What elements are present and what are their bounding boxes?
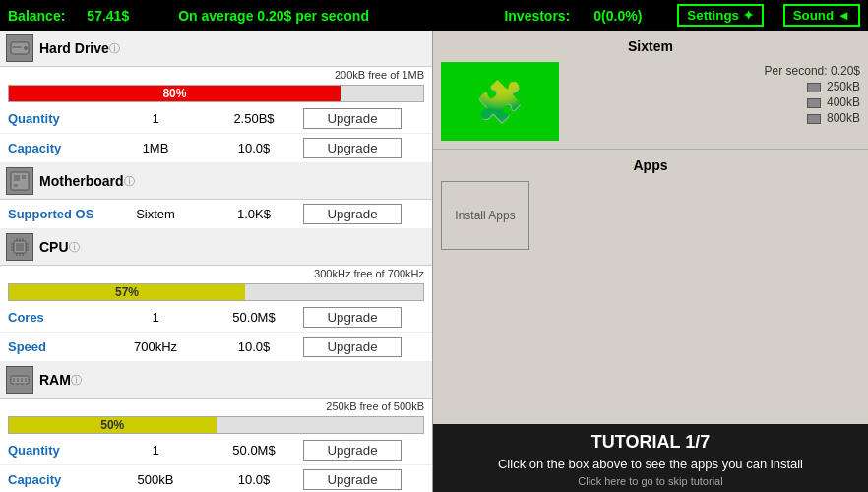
sixtem-mem1: 250kB [567, 80, 860, 93]
ram-progress-fill: 50% [9, 417, 217, 433]
hard-drive-capacity-row: Capacity 1MB 10.0$ Upgrade [0, 134, 432, 163]
ram-quantity-upgrade[interactable]: Upgrade [303, 440, 402, 461]
ram-capacity-upgrade[interactable]: Upgrade [303, 469, 402, 490]
svg-rect-26 [14, 384, 16, 387]
cpu-speed-cost: 10.0$ [205, 339, 303, 354]
svg-rect-23 [17, 378, 19, 382]
cpu-speed-value: 700kHz [106, 339, 205, 354]
mem1-icon [807, 83, 821, 92]
sixtem-section: Sixtem 🧩 Per second: 0.20$ 250kB 400kB [433, 31, 868, 149]
cpu-title: CPU [39, 239, 69, 255]
hard-drive-header: Hard Drive ⓘ [0, 31, 432, 67]
cpu-cores-label: Cores [8, 310, 106, 325]
svg-rect-6 [14, 184, 18, 187]
tutorial-text: Click on the box above to see the apps y… [449, 457, 852, 471]
svg-rect-24 [21, 378, 23, 382]
motherboard-title: Motherboard [39, 173, 124, 189]
supported-os-cost: 1.0K$ [205, 207, 303, 221]
svg-rect-22 [13, 378, 15, 382]
hard-drive-quantity-value: 1 [106, 111, 205, 126]
svg-rect-2 [12, 46, 22, 48]
ram-quantity-label: Quantity [8, 443, 106, 458]
svg-rect-27 [19, 384, 21, 387]
cpu-icon [6, 233, 33, 261]
tutorial-skip-link[interactable]: Click here to go to skip tutorial [449, 475, 852, 487]
investors-label: Investors: [504, 8, 570, 24]
cpu-info-icon: ⓘ [69, 240, 80, 255]
supported-os-upgrade[interactable]: Upgrade [303, 204, 402, 224]
cpu-cores-value: 1 [106, 310, 205, 325]
ram-quantity-cost: 50.0M$ [205, 443, 303, 458]
tutorial-section: TUTORIAL 1/7 Click on the box above to s… [433, 424, 868, 492]
header: Balance: 57.41$ On average 0.20$ per sec… [0, 0, 868, 31]
ram-quantity-value: 1 [106, 443, 205, 458]
ram-icon [6, 366, 33, 394]
svg-rect-5 [22, 175, 26, 179]
tutorial-title: TUTORIAL 1/7 [449, 432, 852, 453]
balance-value: 57.41$ [87, 8, 129, 24]
hard-drive-progress-bar: 80% [8, 85, 424, 102]
hard-drive-quantity-cost: 2.50B$ [205, 111, 303, 126]
mem2-icon [807, 98, 821, 108]
supported-os-value: Sixtem [106, 207, 205, 221]
hard-drive-quantity-label: Quantity [8, 111, 106, 126]
hard-drive-quantity-row: Quantity 1 2.50B$ Upgrade [0, 104, 432, 134]
motherboard-os-row: Supported OS Sixtem 1.0K$ Upgrade [0, 200, 432, 229]
cpu-progress-bar: 57% [8, 283, 424, 301]
motherboard-info-icon: ⓘ [124, 174, 135, 189]
cpu-speed-label: Speed [8, 339, 106, 354]
ram-capacity-cost: 10.0$ [205, 472, 303, 487]
svg-rect-28 [24, 384, 26, 387]
svg-rect-25 [25, 378, 27, 382]
sound-button[interactable]: Sound ◄ [783, 4, 860, 27]
apps-content: Install Apps [437, 177, 864, 254]
hard-drive-capacity-cost: 10.0$ [205, 141, 303, 155]
install-apps-button[interactable]: Install Apps [441, 181, 529, 250]
cpu-speed-upgrade[interactable]: Upgrade [303, 337, 402, 357]
motherboard-header: Motherboard ⓘ [0, 163, 432, 200]
right-panel: Sixtem 🧩 Per second: 0.20$ 250kB 400kB [433, 31, 868, 492]
hard-drive-progress-fill: 80% [9, 86, 341, 101]
hard-drive-icon [6, 34, 33, 62]
hard-drive-title: Hard Drive [39, 40, 109, 56]
sixtem-title: Sixtem [437, 34, 864, 58]
investors-value: 0(0.0%) [593, 8, 642, 24]
sixtem-icon-box: 🧩 [441, 62, 559, 141]
main-layout: Hard Drive ⓘ 200kB free of 1MB 80% Quant… [0, 31, 868, 492]
mem3-icon [807, 114, 821, 124]
cpu-cores-upgrade[interactable]: Upgrade [303, 307, 402, 328]
ram-progress-bar: 50% [8, 416, 424, 434]
svg-rect-8 [16, 243, 24, 251]
sixtem-mem3: 800kB [567, 111, 860, 125]
left-panel: Hard Drive ⓘ 200kB free of 1MB 80% Quant… [0, 31, 433, 492]
cpu-progress-fill: 57% [9, 284, 245, 300]
cpu-speed-row: Speed 700kHz 10.0$ Upgrade [0, 333, 432, 362]
ram-info-icon: ⓘ [71, 373, 82, 388]
cpu-cores-row: Cores 1 50.0M$ Upgrade [0, 303, 432, 333]
ram-capacity-value: 500kB [106, 472, 205, 487]
settings-button[interactable]: Settings ✦ [677, 4, 763, 27]
svg-rect-4 [14, 175, 20, 181]
balance-label: Balance: [8, 8, 65, 24]
supported-os-label: Supported OS [8, 207, 106, 221]
motherboard-icon [6, 167, 33, 195]
ram-capacity-row: Capacity 500kB 10.0$ Upgrade [0, 465, 432, 492]
hard-drive-capacity-upgrade[interactable]: Upgrade [303, 138, 402, 158]
hard-drive-quantity-upgrade[interactable]: Upgrade [303, 108, 402, 129]
cpu-cores-cost: 50.0M$ [205, 310, 303, 325]
sixtem-content: 🧩 Per second: 0.20$ 250kB 400kB 800kB [437, 58, 864, 145]
puzzle-icon: 🧩 [475, 79, 525, 125]
ram-header: RAM ⓘ [0, 362, 432, 399]
hard-drive-info-icon: ⓘ [109, 41, 120, 56]
ram-progress-text: 250kB free of 500kB [0, 399, 432, 414]
sixtem-stats: Per second: 0.20$ 250kB 400kB 800kB [567, 62, 860, 127]
apps-section: Apps Install Apps [433, 149, 868, 258]
apps-title: Apps [437, 154, 864, 177]
cpu-header: CPU ⓘ [0, 229, 432, 266]
ram-capacity-label: Capacity [8, 472, 106, 487]
sixtem-per-second: Per second: 0.20$ [567, 64, 860, 78]
svg-point-1 [24, 46, 28, 50]
avg-text: On average 0.20$ per second [178, 8, 484, 24]
hard-drive-progress-text: 200kB free of 1MB [0, 67, 432, 83]
hard-drive-capacity-label: Capacity [8, 141, 106, 155]
